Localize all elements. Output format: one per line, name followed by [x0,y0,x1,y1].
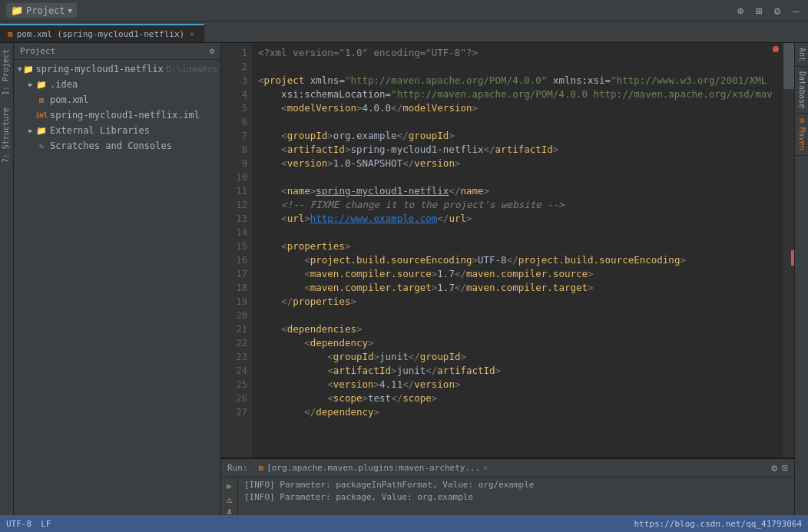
run-side-controls: ▶ ⚠ 4 [221,477,238,515]
status-bar: UTF-8 LF https://blog.csdn.net/qq_417930… [0,515,808,532]
gear-icon-btn[interactable]: ⚙ [771,5,783,17]
sidebar-header: Project ⚙ [14,43,220,60]
tree-suffix-root: D:\ideaPro [167,64,217,74]
tree-item-pom[interactable]: m pom.xml [14,92,220,107]
sidebar-tree: ▼ 📁 spring-mycloud1-netflix D:\ideaPro ▶… [14,60,220,515]
minimap-error [791,250,794,266]
sidebar-item-project[interactable]: 1: Project [0,43,13,101]
error-indicator [773,46,779,52]
tree-label-iml: spring-mycloud1-netflix.iml [50,110,200,121]
tree-label-idea: .idea [50,79,78,90]
xml-icon-pom: m [35,94,48,106]
scratches-icon: ✎ [35,140,48,152]
tree-item-extlibs[interactable]: ▶ 📁 External Libraries [14,123,220,138]
minus-icon-btn[interactable]: — [790,5,802,17]
run-tab-maven[interactable]: m [org.apache.maven.plugins:maven-archet… [254,461,493,474]
tree-arrow-extlibs: ▶ [26,126,35,135]
right-label-ant[interactable]: Ant [795,43,808,67]
sidebar-gear-icon[interactable]: ⚙ [209,46,214,56]
status-encoding: UTF-8 [6,519,31,529]
run-output: [INFO] Parameter: packageInPathFormat, V… [238,477,794,515]
tree-label-root: spring-mycloud1-netflix [36,64,164,74]
maven-file-icon: m [8,29,13,39]
status-url: https://blog.csdn.net/qq_41793064 [634,519,802,529]
run-label: Run: [227,463,248,473]
minimap-thumb[interactable] [783,43,794,89]
globe-icon-btn[interactable]: ⊕ [734,5,747,17]
folder-icon-root: 📁 [23,63,34,75]
run-tab-close[interactable]: × [483,464,488,472]
project-label: Project [26,5,65,16]
title-bar-left: 📁 Project ▼ [6,3,77,18]
sidebar-item-structure[interactable]: 7: Structure [0,101,13,169]
split-icon-btn[interactable]: ⊞ [753,5,765,17]
iml-icon: iml [35,109,48,121]
editor-area: 12345 678910 1112131415 1617181920 21222… [221,43,794,515]
code-editor[interactable]: <?xml version="1.0" encoding="UTF-8"?> <… [252,43,783,458]
folder-icon-extlibs: 📁 [35,124,48,137]
tab-pom[interactable]: m pom.xml (spring-mycloud1-netflix) × [0,24,204,42]
tree-item-idea[interactable]: ▶ 📁 .idea [14,77,220,92]
sidebar: Project ⚙ ▼ 📁 spring-mycloud1-netflix D:… [14,43,221,515]
title-bar: 📁 Project ▼ ⊕ ⊞ ⚙ — [0,0,808,21]
bottom-panel: Run: m [org.apache.maven.plugins:maven-a… [221,458,794,515]
tab-pom-label: pom.xml (spring-mycloud1-netflix) [17,29,185,39]
run-warning-count: 4 [224,508,236,515]
run-warning-btn[interactable]: ⚠ [224,494,236,505]
run-play-btn[interactable]: ▶ [224,481,236,491]
tree-arrow-root: ▼ [17,64,23,74]
run-tab-label: [org.apache.maven.plugins:maven-archety.… [267,463,480,473]
run-output-line-2: [INFO] Parameter: package, Value: org.ex… [244,491,788,504]
tree-label-extlibs: External Libraries [50,125,150,136]
minimap-bar[interactable] [783,43,794,458]
tree-label-pom: pom.xml [50,94,89,105]
sidebar-title: Project [20,46,55,56]
title-bar-icons: ⊕ ⊞ ⚙ — [734,5,802,17]
main-area: 1: Project 7: Structure Project ⚙ ▼ 📁 sp… [0,43,808,515]
run-expand-icon[interactable]: ⊡ [782,462,788,474]
tree-item-iml[interactable]: iml spring-mycloud1-netflix.iml [14,107,220,123]
tree-item-scratches[interactable]: ✎ Scratches and Consoles [14,138,220,154]
right-label-database[interactable]: Database [795,67,808,114]
tree-label-scratches: Scratches and Consoles [50,140,172,151]
tree-item-root[interactable]: ▼ 📁 spring-mycloud1-netflix D:\ideaPro [14,61,220,77]
left-side-tabs: 1: Project 7: Structure [0,43,14,515]
run-tab-bar: Run: m [org.apache.maven.plugins:maven-a… [221,459,794,477]
right-label-maven[interactable]: m Maven [795,114,808,156]
right-side-labels: Ant Database m Maven [794,43,808,515]
run-gear-icon[interactable]: ⚙ [771,462,777,474]
run-maven-icon: m [259,463,264,473]
run-tab-actions: ⚙ ⊡ [771,462,788,474]
folder-icon-idea: 📁 [35,78,48,91]
tab-pom-close[interactable]: × [188,29,196,39]
chevron-down-icon: ▼ [68,7,72,15]
tab-bar: m pom.xml (spring-mycloud1-netflix) × [0,21,808,43]
status-bar-right: https://blog.csdn.net/qq_41793064 [634,519,802,529]
code-container: 12345 678910 1112131415 1617181920 21222… [221,43,794,458]
line-numbers: 12345 678910 1112131415 1617181920 21222… [221,43,252,458]
status-line-sep: LF [41,519,51,529]
run-content: ▶ ⚠ 4 [INFO] Parameter: packageInPathFor… [221,477,794,515]
project-dropdown[interactable]: 📁 Project ▼ [6,3,77,18]
run-output-line-1: [INFO] Parameter: packageInPathFormat, V… [244,479,788,491]
folder-icon: 📁 [11,5,23,16]
tree-arrow-idea: ▶ [26,80,35,89]
